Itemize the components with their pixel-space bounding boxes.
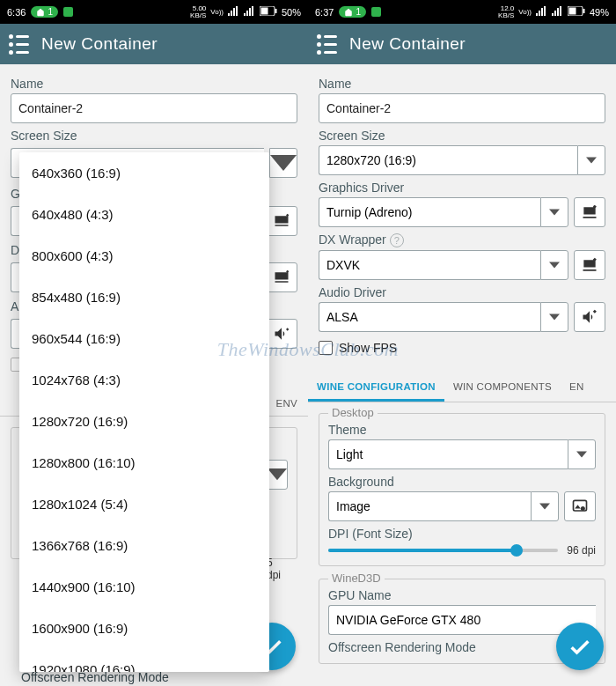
screen-size-label: Screen Size [11, 129, 297, 143]
chevron-down-icon[interactable] [531, 491, 559, 521]
signal-icon-2 [244, 6, 255, 18]
name-input[interactable]: Container-2 [319, 93, 605, 123]
image-picker-icon[interactable] [564, 491, 596, 521]
battery-pct: 50% [282, 7, 301, 18]
dropdown-option[interactable]: 1280x1024 (5:4) [19, 483, 269, 525]
dx-settings-icon[interactable] [574, 250, 605, 280]
confirm-button[interactable] [556, 623, 604, 670]
show-fps-checkbox[interactable]: Show FPS [319, 341, 605, 355]
name-input[interactable]: Container-2 [11, 93, 297, 123]
svg-rect-5 [583, 9, 584, 13]
chevron-down-icon[interactable] [269, 148, 297, 178]
screen-size-dropdown: 640x360 (16:9) 640x480 (4:3) 800x600 (4:… [19, 152, 269, 672]
theme-label: Theme [328, 423, 596, 437]
audio-settings-icon[interactable] [266, 319, 297, 349]
screen-size-label: Screen Size [319, 129, 605, 143]
dropdown-option[interactable]: 1366x768 (16:9) [19, 525, 269, 566]
status-bar: 6:37 1 12.0KB/S Vo)) 49% [308, 0, 616, 24]
dropdown-option[interactable]: 1024x768 (4:3) [19, 359, 269, 401]
clock: 6:37 [315, 7, 334, 18]
dropdown-option[interactable]: 854x480 (16:9) [19, 277, 269, 318]
dropdown-option[interactable]: 640x480 (4:3) [19, 194, 269, 235]
dpi-label: DPI (Font Size) [328, 527, 596, 541]
dpi-value: 96 dpi [567, 544, 596, 557]
graphics-select[interactable]: Turnip (Adreno) [319, 197, 568, 227]
name-label: Name [11, 77, 297, 91]
dropdown-option[interactable]: 640x360 (16:9) [19, 152, 269, 194]
dpi-slider[interactable] [328, 549, 558, 552]
menu-icon[interactable] [9, 34, 29, 55]
tab-bar: WINE CONFIGURATION WIN COMPONENTS EN [308, 373, 616, 402]
svg-rect-1 [260, 8, 268, 15]
menu-icon[interactable] [317, 34, 337, 55]
desktop-group: Desktop Theme Light Background Image [319, 413, 605, 566]
dropdown-option[interactable]: 1920x1080 (16:9) [19, 649, 269, 672]
name-label: Name [319, 77, 605, 91]
page-title: New Container [41, 34, 158, 54]
chevron-down-icon[interactable] [540, 302, 568, 332]
settings-icon[interactable] [266, 262, 297, 292]
group-title: Desktop [328, 406, 378, 419]
svg-point-7 [581, 506, 585, 511]
svg-rect-4 [568, 8, 576, 15]
status-bar: 6:36 1 5.00KB/S Vo)) 50% [0, 0, 308, 24]
dpi-value: 5 dpi [267, 557, 288, 581]
theme-select[interactable]: Light [328, 439, 596, 469]
graphics-settings-icon[interactable] [574, 197, 605, 227]
net-label: Vo)) [210, 9, 224, 16]
group-title: WineD3D [328, 572, 385, 585]
signal-icon [536, 6, 547, 18]
battery-icon [260, 6, 277, 18]
tab-win-components[interactable]: WIN COMPONENTS [444, 373, 561, 402]
audio-select[interactable]: ALSA [319, 302, 568, 332]
app-bar: New Container [308, 24, 616, 64]
dx-select[interactable]: DXVK [319, 250, 568, 280]
background-label: Background [328, 475, 596, 489]
audio-settings-icon[interactable] [574, 302, 605, 332]
status-square-icon [63, 7, 73, 17]
right-screen: 6:37 1 12.0KB/S Vo)) 49% New Container [308, 0, 616, 686]
dropdown-option[interactable]: 1280x720 (16:9) [19, 401, 269, 442]
battery-icon [568, 6, 585, 18]
chevron-down-icon[interactable] [568, 439, 596, 469]
battery-pct: 49% [590, 7, 609, 18]
tab-env[interactable]: EN [561, 373, 593, 402]
dropdown-option[interactable]: 960x544 (16:9) [19, 318, 269, 359]
signal-icon-2 [552, 6, 563, 18]
app-bar: New Container [0, 24, 308, 64]
tab-wine-config[interactable]: WINE CONFIGURATION [308, 373, 444, 402]
kbps: 12.0KB/S [498, 5, 514, 19]
chevron-down-icon[interactable] [540, 197, 568, 227]
dropdown-option[interactable]: 1280x800 (16:10) [19, 442, 269, 483]
screen-size-select[interactable]: 1280x720 (16:9) [319, 145, 605, 175]
gpu-select[interactable]: NVIDIA GeForce GTX 480 [328, 605, 596, 635]
kbps: 5.00KB/S [190, 5, 206, 19]
signal-icon [228, 6, 239, 18]
page-title: New Container [349, 34, 466, 54]
graphics-label: Graphics Driver [319, 181, 605, 195]
help-icon[interactable]: ? [390, 233, 404, 247]
settings-icon[interactable] [266, 206, 297, 236]
dropdown-option[interactable]: 1600x900 (16:9) [19, 608, 269, 649]
dropdown-option[interactable]: 1440x900 (16:10) [19, 566, 269, 608]
net-label: Vo)) [518, 9, 532, 16]
sim-pill: 1 [339, 6, 366, 18]
chevron-down-icon[interactable] [577, 145, 605, 175]
gpu-label: GPU Name [328, 588, 596, 602]
svg-rect-2 [275, 9, 276, 13]
background-select[interactable]: Image [328, 491, 559, 521]
clock: 6:36 [7, 7, 26, 18]
chevron-down-icon[interactable] [540, 250, 568, 280]
dropdown-option[interactable]: 800x600 (4:3) [19, 235, 269, 277]
left-screen: 6:36 1 5.00KB/S Vo)) 50% New Container [0, 0, 308, 686]
status-square-icon [371, 7, 381, 17]
audio-label: Audio Driver [319, 285, 605, 299]
sim-pill: 1 [31, 6, 58, 18]
dx-label: DX Wrapper? [319, 232, 605, 247]
